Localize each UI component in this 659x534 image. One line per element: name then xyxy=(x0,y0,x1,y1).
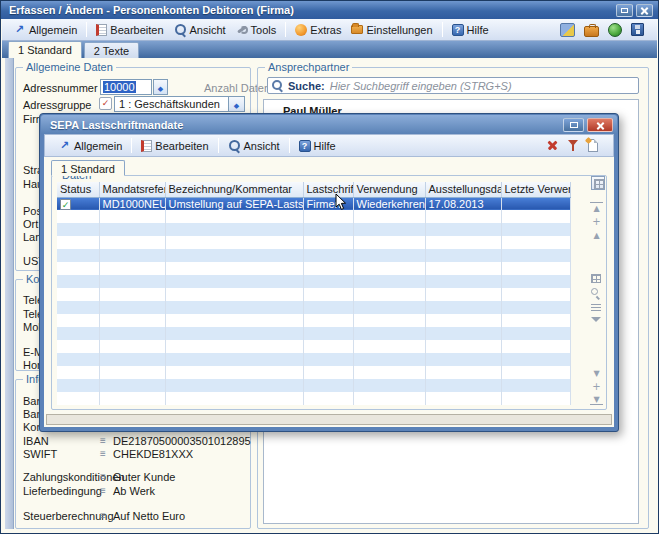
dialog-menu-ansicht[interactable]: Ansicht xyxy=(223,138,285,154)
column-header[interactable]: Letzte Verwendung xyxy=(501,182,570,197)
scroll-to-top-button[interactable]: ▲ xyxy=(590,202,603,213)
magnifier-icon xyxy=(174,24,187,36)
column-header[interactable]: Bezeichnung/Kommentar xyxy=(165,182,303,197)
update-icon[interactable] xyxy=(560,23,575,37)
filter-icon[interactable] xyxy=(568,139,579,152)
scroll-down-button[interactable]: ▼ xyxy=(590,368,603,379)
adressgruppe-combobox[interactable]: 1 : Geschäftskunden xyxy=(114,96,245,112)
grid-view-icon[interactable] xyxy=(591,274,601,283)
empty-row[interactable] xyxy=(57,392,570,405)
dialog-bottom-bar[interactable] xyxy=(46,414,612,425)
menu-extras[interactable]: Extras xyxy=(290,22,346,38)
zahlungskonditionen-label: Zahlungskonditionen xyxy=(23,471,125,484)
close-icon xyxy=(637,5,652,16)
new-document-icon[interactable] xyxy=(588,139,598,152)
mandate-row[interactable]: ✓MD1000NEUUmstellung auf SEPA-Lastschrif… xyxy=(57,197,570,210)
dialog-menu-hilfe[interactable]: Hilfe xyxy=(294,138,341,154)
edit-icon xyxy=(141,140,152,152)
field-lines-icon: ≡ xyxy=(100,448,109,459)
menu-hilfe[interactable]: Hilfe xyxy=(447,22,494,38)
tab-standard[interactable]: 1 Standard xyxy=(8,41,82,58)
empty-row[interactable] xyxy=(57,275,570,288)
mandate-cell: MD1000NEU xyxy=(99,197,165,210)
menu-einstellungen[interactable]: Einstellungen xyxy=(346,22,437,38)
dialog-titlebar[interactable]: SEPA Lastschriftmandate xyxy=(41,115,617,134)
table-search-icon[interactable] xyxy=(591,288,602,299)
dropdown-diamond-icon[interactable] xyxy=(228,97,244,111)
dialog-restore-button[interactable] xyxy=(563,118,584,132)
add-row-button[interactable]: + xyxy=(590,216,603,227)
dialog-menu-bearbeiten[interactable]: Bearbeiten xyxy=(136,138,213,154)
help-icon xyxy=(452,24,464,36)
table-header-row: StatusMandatsreferenzBezeichnung/Komment… xyxy=(57,182,570,197)
globe-icon[interactable] xyxy=(608,23,622,37)
menu-label: Hilfe xyxy=(467,24,489,36)
main-titlebar[interactable]: Erfassen / Ändern - Personenkonten Debit… xyxy=(1,1,658,19)
mandate-cell: Wiederkehrend xyxy=(353,197,425,210)
empty-row[interactable] xyxy=(57,353,570,366)
close-button[interactable] xyxy=(636,4,653,17)
empty-row[interactable] xyxy=(57,210,570,223)
column-header[interactable]: Mandatsreferenz xyxy=(99,182,165,197)
empty-row[interactable] xyxy=(57,314,570,327)
empty-row[interactable] xyxy=(57,340,570,353)
contact-search-box[interactable]: Suche: Hier Suchbegriff eingeben (STRG+S… xyxy=(267,77,639,94)
iban-value: DE21870500003501012895 xyxy=(113,435,251,448)
menu-allgemein[interactable]: ↗Allgemein xyxy=(8,21,82,38)
menu-label: Extras xyxy=(310,24,341,36)
main-menubar: ↗Allgemein Bearbeiten Ansicht Tools Extr… xyxy=(2,19,657,41)
field-lines-icon: ≡ xyxy=(100,485,109,496)
dialog-menu-allgemein[interactable]: ↗Allgemein xyxy=(53,137,127,154)
adressnummer-spinner[interactable] xyxy=(153,79,168,95)
scroll-to-bottom-button[interactable]: ▼ xyxy=(590,394,603,405)
empty-row[interactable] xyxy=(57,223,570,236)
menu-ansicht[interactable]: Ansicht xyxy=(169,22,231,38)
mandate-cell xyxy=(501,197,570,210)
restore-icon xyxy=(570,122,578,128)
dialog-tab-standard[interactable]: 1 Standard xyxy=(51,160,125,176)
mandates-table[interactable]: StatusMandatsreferenzBezeichnung/Komment… xyxy=(57,182,571,405)
adressgruppe-value: 1 : Geschäftskunden xyxy=(119,98,220,110)
extras-icon xyxy=(295,24,307,36)
empty-row[interactable] xyxy=(57,249,570,262)
remove-row-button[interactable]: + xyxy=(590,381,603,392)
ort-label: Ort xyxy=(23,218,38,231)
lieferbedingung-label: Lieferbedingung xyxy=(23,485,102,498)
empty-row[interactable] xyxy=(57,327,570,340)
menu-label: Allgemein xyxy=(29,24,77,36)
swift-label: SWIFT xyxy=(23,448,57,461)
briefcase-icon[interactable] xyxy=(584,26,599,37)
empty-row[interactable] xyxy=(57,379,570,392)
restore-button[interactable] xyxy=(616,4,633,17)
dialog-body: 1 Standard Daten StatusMandatsreferenzBe… xyxy=(44,157,614,427)
save-icon[interactable] xyxy=(631,23,644,36)
scroll-up-button[interactable]: ▲ xyxy=(590,230,603,241)
field-lines-icon: ≡ xyxy=(100,471,109,482)
group-daten: Daten StatusMandatsreferenzBezeichnung/K… xyxy=(51,175,607,410)
column-header[interactable]: Verwendung xyxy=(353,182,425,197)
dialog-close-button[interactable] xyxy=(587,118,613,132)
adressgruppe-label: Adressgruppe xyxy=(23,99,92,112)
menu-label: Tools xyxy=(251,24,277,36)
table-filter-icon[interactable] xyxy=(591,317,601,322)
left-collapse-strip[interactable] xyxy=(5,58,14,529)
empty-row[interactable] xyxy=(57,236,570,249)
checked-box-icon[interactable] xyxy=(99,97,112,110)
table-sort-icon[interactable] xyxy=(591,304,601,313)
empty-row[interactable] xyxy=(57,301,570,314)
column-header[interactable]: Status xyxy=(57,182,99,197)
dialog-toolbar-right xyxy=(546,139,605,152)
column-header[interactable]: Ausstellungsdatum xyxy=(425,182,501,197)
zahlungskonditionen-value: Guter Kunde xyxy=(113,471,175,484)
delete-icon[interactable] xyxy=(546,139,559,152)
empty-row[interactable] xyxy=(57,262,570,275)
empty-row[interactable] xyxy=(57,288,570,301)
tab-texte[interactable]: 2 Texte xyxy=(84,42,139,58)
mandate-cell: Umstellung auf SEPA-Lastschrift xyxy=(165,197,303,210)
restore-icon xyxy=(621,8,628,13)
nav-arrow-icon: ↗ xyxy=(58,139,71,152)
empty-row[interactable] xyxy=(57,366,570,379)
menu-bearbeiten[interactable]: Bearbeiten xyxy=(91,22,168,38)
menu-tools[interactable]: Tools xyxy=(231,22,282,38)
adressnummer-input[interactable]: 10000 xyxy=(100,79,152,95)
